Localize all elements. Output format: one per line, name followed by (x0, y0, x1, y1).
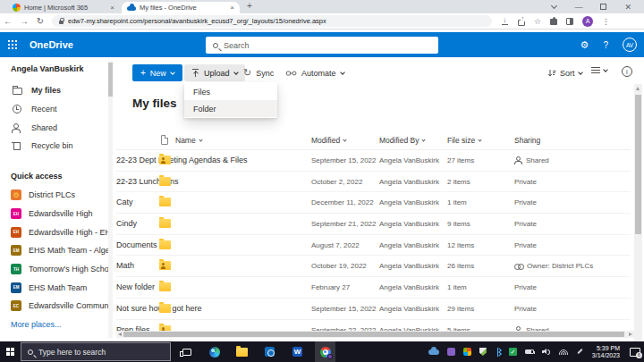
quick-access-item[interactable]: EM EHS Math Team - Alge... (0, 241, 111, 260)
table-row[interactable]: Not sure how it got here September 15, 2… (116, 299, 631, 320)
maximize-button[interactable] (600, 4, 606, 10)
download-icon[interactable] (501, 17, 509, 26)
sharing-label: Private (514, 305, 537, 313)
automate-button[interactable]: Automate (286, 64, 344, 81)
file-type-column-icon[interactable] (161, 135, 168, 145)
horizontal-scrollbar-thumb[interactable] (123, 332, 624, 337)
quick-access-item[interactable]: EH Edwardsville High - EH... (0, 223, 111, 241)
vertical-scrollbar[interactable] (634, 84, 642, 341)
tab-search-icon[interactable] (551, 2, 557, 8)
onedrive-tray-icon[interactable] (428, 349, 439, 355)
sidebar-nav-item[interactable]: Shared (0, 118, 107, 137)
split-screen-icon[interactable] (566, 18, 573, 25)
taskbar-clock[interactable]: 5:39 PM 3/14/2023 (592, 345, 620, 359)
sidebar-scrollbar[interactable] (108, 61, 113, 338)
task-view-button[interactable] (176, 341, 197, 362)
nav-item-icon (12, 122, 22, 133)
volume-icon[interactable] (542, 348, 551, 356)
word-taskbar-button[interactable] (287, 341, 308, 362)
minimize-button[interactable]: — (574, 3, 582, 12)
more-places-link[interactable]: More places... (11, 320, 62, 329)
quick-access-item[interactable]: EC Edwardsville Communi... (0, 297, 111, 316)
file-name[interactable]: New folder (116, 282, 155, 291)
upload-menu-item[interactable]: Folder (184, 100, 277, 117)
office-app-tray-icon[interactable] (463, 348, 471, 356)
file-name[interactable]: Cindy (116, 219, 137, 228)
notifications-button[interactable]: 6 (630, 348, 640, 357)
purple-app-tray-icon[interactable] (447, 348, 455, 356)
close-window-button[interactable]: ✕ (624, 3, 631, 12)
quick-access-item[interactable]: EM EHS Math Team (0, 278, 111, 297)
column-header-file-size[interactable]: File size (447, 136, 481, 145)
browser-menu-icon[interactable]: ⋮ (602, 17, 610, 26)
tab-home-m365[interactable]: Home | Microsoft 365 × (7, 2, 120, 13)
column-header-sharing[interactable]: Sharing (514, 136, 540, 145)
table-row[interactable]: Caty December 11, 2022 Angela VanBuskirk… (116, 192, 631, 214)
column-header-modified[interactable]: Modified (311, 136, 346, 145)
sort-button[interactable]: Sort (547, 64, 582, 81)
outlook-taskbar-button[interactable] (259, 341, 280, 362)
extensions-icon[interactable] (550, 19, 557, 25)
upload-menu-item[interactable]: Files (184, 83, 277, 100)
column-header-name[interactable]: Name (175, 136, 202, 145)
taskbar-search-input[interactable]: Type here to search (21, 342, 171, 361)
file-name[interactable]: 22-23 Dept Meeting Agendas & Files (116, 156, 248, 164)
table-row[interactable]: Documents August 7, 2022 Angela VanBuski… (116, 235, 631, 257)
info-button[interactable] (622, 66, 632, 77)
url-field[interactable]: edw7-my.sharepoint.com/personal/avanbusk… (52, 15, 492, 27)
table-row[interactable]: 22-23 Luncheons October 2, 2022 Angela V… (116, 172, 631, 193)
tab-close-icon[interactable]: × (110, 4, 114, 12)
file-name[interactable]: Caty (116, 198, 133, 206)
table-row[interactable]: 22-23 Dept Meeting Agendas & Files Septe… (116, 150, 631, 172)
settings-gear-icon[interactable]: ⚙ (580, 39, 589, 51)
scroll-up-arrow[interactable] (634, 84, 642, 93)
modified-by: Angela VanBuskirk (379, 178, 439, 186)
bluetooth-icon[interactable] (495, 348, 501, 357)
quick-access-item[interactable]: EH Edwardsville High (0, 205, 111, 223)
new-button[interactable]: New (132, 64, 182, 81)
site-tile: EH (11, 208, 21, 219)
file-explorer-taskbar-button[interactable] (232, 341, 252, 362)
new-tab-button[interactable]: + (247, 1, 252, 11)
sidebar-nav-item[interactable]: Recent (0, 100, 107, 119)
network-wifi-icon[interactable] (559, 349, 568, 355)
app-title[interactable]: OneDrive (30, 39, 73, 50)
pen-icon[interactable] (576, 348, 584, 356)
lock-icon[interactable] (59, 21, 64, 24)
sidebar-nav-item[interactable]: Recycle bin (0, 137, 107, 156)
app-launcher-icon[interactable] (8, 40, 18, 50)
sidebar-nav-item[interactable]: My files (0, 81, 107, 100)
tab-close-icon[interactable]: × (230, 4, 234, 12)
table-row[interactable]: Cindy September 21, 2022 Angela VanBuski… (116, 214, 631, 235)
vertical-scrollbar-thumb[interactable] (635, 95, 641, 234)
sync-button[interactable]: Sync (243, 64, 274, 81)
edge-taskbar-button[interactable] (204, 341, 225, 362)
list-view-icon (591, 67, 600, 74)
help-icon[interactable]: ? (603, 40, 608, 50)
browser-profile-avatar[interactable]: A (582, 16, 593, 27)
account-avatar[interactable]: AV (623, 38, 637, 52)
reload-icon[interactable]: ↻ (32, 16, 48, 26)
back-icon[interactable]: ← (0, 16, 16, 26)
view-options-button[interactable] (591, 67, 607, 74)
quick-access-item[interactable]: TH Tomorrow's High School (0, 260, 111, 279)
file-name[interactable]: Math (116, 261, 134, 270)
table-row[interactable]: New folder February 27 Angela VanBuskirk… (116, 277, 631, 299)
tab-onedrive[interactable]: My files - OneDrive × (122, 2, 240, 13)
file-name[interactable]: Documents (116, 240, 157, 249)
column-header-modified-by[interactable]: Modified By (379, 136, 425, 145)
horizontal-scrollbar[interactable] (116, 331, 634, 338)
antivirus-check-icon[interactable] (509, 348, 517, 356)
start-button[interactable] (0, 341, 21, 362)
table-row[interactable]: Math October 19, 2022 Angela VanBuskirk … (116, 256, 631, 277)
upload-button[interactable]: Upload (184, 64, 245, 81)
bookmark-star-icon[interactable]: ☆ (534, 18, 541, 25)
security-shield-icon[interactable] (479, 348, 487, 356)
chrome-taskbar-button[interactable] (315, 341, 335, 362)
sidebar-scrollbar-thumb[interactable] (108, 63, 113, 97)
share-icon[interactable] (518, 20, 525, 26)
battery-icon[interactable] (525, 349, 534, 354)
search-input[interactable]: Search (206, 37, 438, 54)
quick-access-item[interactable]: ⚙ District PLCs (0, 186, 111, 205)
forward-icon[interactable]: → (16, 16, 32, 26)
